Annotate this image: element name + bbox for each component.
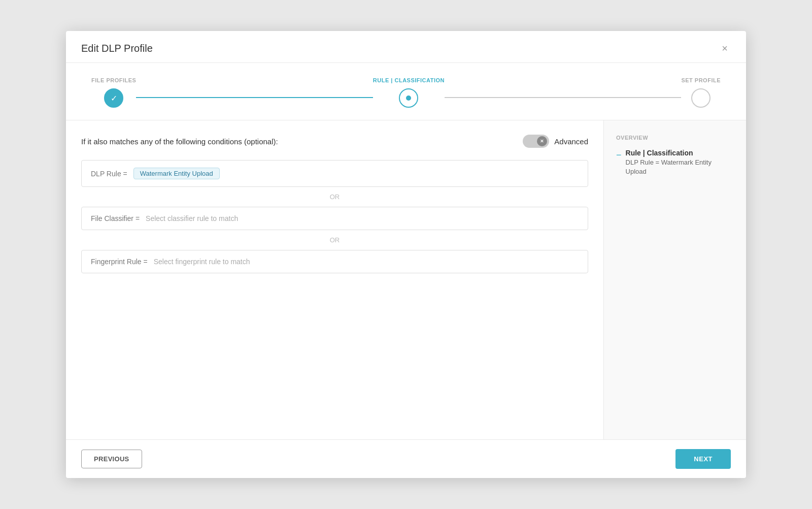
dlp-rule-row[interactable]: DLP Rule = Watermark Entity Upload (81, 160, 588, 187)
step-file-profiles-label: FILE PROFILES (91, 77, 136, 83)
modal-body: If it also matches any of the following … (66, 120, 746, 439)
or-divider-1: OR (81, 187, 588, 207)
step-rule-classification: RULE | CLASSIFICATION (373, 77, 445, 108)
stepper-line-1 (136, 97, 373, 98)
conditions-text: If it also matches any of the following … (81, 137, 278, 146)
step-rule-classification-label: RULE | CLASSIFICATION (373, 77, 445, 83)
toggle-knob: ✕ (537, 136, 547, 146)
file-classifier-placeholder: Select classifier rule to match (146, 214, 238, 222)
advanced-label: Advanced (554, 137, 588, 146)
dlp-rule-label: DLP Rule = (91, 170, 127, 178)
step-set-profile: SET PROFILE (681, 77, 721, 108)
toggle-x-icon: ✕ (540, 139, 544, 144)
sidebar-item-detail: DLP Rule = Watermark Entity Upload (626, 158, 734, 176)
sidebar-item-content: Rule | Classification DLP Rule = Waterma… (626, 149, 734, 176)
step-file-profiles: FILE PROFILES ✓ (91, 77, 136, 108)
previous-button[interactable]: PREVIOUS (81, 450, 142, 468)
file-classifier-label: File Classifier = (91, 214, 140, 222)
next-button[interactable]: NEXT (675, 449, 731, 469)
main-content: If it also matches any of the following … (66, 120, 604, 439)
overview-sidebar: OVERVIEW − Rule | Classification DLP Rul… (604, 120, 746, 439)
minus-icon: − (616, 149, 622, 162)
advanced-toggle: ✕ Advanced (523, 135, 588, 148)
conditions-row: If it also matches any of the following … (81, 135, 588, 148)
fingerprint-rule-row[interactable]: Fingerprint Rule = Select fingerprint ru… (81, 250, 588, 273)
modal-title: Edit DLP Profile (81, 43, 153, 54)
overview-label: OVERVIEW (616, 135, 734, 141)
stepper-line-2 (445, 97, 681, 98)
advanced-toggle-switch[interactable]: ✕ (523, 135, 549, 148)
checkmark-icon: ✓ (111, 93, 117, 103)
modal-header: Edit DLP Profile × (66, 31, 746, 63)
step-file-profiles-circle: ✓ (104, 88, 123, 108)
dlp-rule-value: Watermark Entity Upload (133, 168, 220, 179)
step-rule-classification-circle (399, 88, 418, 108)
file-classifier-row[interactable]: File Classifier = Select classifier rule… (81, 207, 588, 230)
fingerprint-rule-label: Fingerprint Rule = (91, 258, 148, 266)
edit-dlp-profile-modal: Edit DLP Profile × FILE PROFILES ✓ RULE … (66, 31, 746, 478)
stepper-section: FILE PROFILES ✓ RULE | CLASSIFICATION SE… (66, 63, 746, 120)
sidebar-item-title: Rule | Classification (626, 149, 734, 157)
modal-footer: PREVIOUS NEXT (66, 439, 746, 478)
close-button[interactable]: × (719, 42, 731, 54)
fingerprint-rule-placeholder: Select fingerprint rule to match (154, 258, 250, 266)
or-divider-2: OR (81, 230, 588, 250)
sidebar-rule-item: − Rule | Classification DLP Rule = Water… (616, 149, 734, 176)
stepper: FILE PROFILES ✓ RULE | CLASSIFICATION SE… (91, 77, 721, 108)
step-set-profile-label: SET PROFILE (681, 77, 721, 83)
step-set-profile-circle (691, 88, 710, 108)
